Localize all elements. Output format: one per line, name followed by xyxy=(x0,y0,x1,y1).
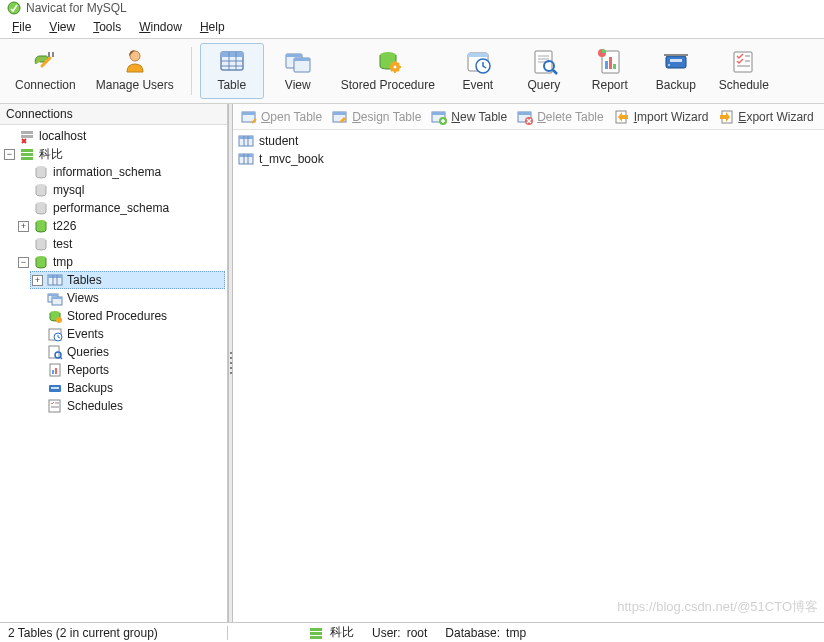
tree-db-performance_schema[interactable]: performance_schema xyxy=(16,199,225,217)
status-db: tmp xyxy=(506,626,526,640)
delete-table-button: Delete Table xyxy=(517,109,604,125)
table-sm-icon xyxy=(47,272,63,288)
export-icon xyxy=(718,109,734,125)
tree-node-queries[interactable]: Queries xyxy=(30,343,225,361)
expander-icon xyxy=(32,329,43,340)
export-wizard-button[interactable]: Export Wizard xyxy=(718,109,813,125)
menu-tools[interactable]: Tools xyxy=(85,18,129,36)
manage-users-button[interactable]: Manage Users xyxy=(87,43,183,99)
button-label: Delete Table xyxy=(537,110,604,124)
status-table-count: 2 Tables (2 in current group) xyxy=(8,626,158,640)
expander-icon xyxy=(18,203,29,214)
user-icon xyxy=(119,46,151,76)
tree-node-reports[interactable]: Reports xyxy=(30,361,225,379)
tree-db-mysql[interactable]: mysql xyxy=(16,181,225,199)
tree-label: Views xyxy=(67,290,99,306)
connections-header: Connections xyxy=(0,104,227,125)
database-icon xyxy=(33,218,49,234)
table-item-student[interactable]: student xyxy=(237,132,820,150)
report-button[interactable]: Report xyxy=(578,43,642,99)
tree-db-tmp[interactable]: −tmp xyxy=(16,253,225,271)
tree-label: localhost xyxy=(39,128,86,144)
table-icon xyxy=(216,46,248,76)
storedproc-button[interactable]: Stored Procedure xyxy=(332,43,444,99)
tree-label: performance_schema xyxy=(53,200,169,216)
object-list[interactable]: studentt_mvc_book xyxy=(233,130,824,622)
menu-view[interactable]: View xyxy=(41,18,83,36)
titlebar: Navicat for MySQL xyxy=(0,0,824,16)
tree-node-stored-procedures[interactable]: Stored Procedures xyxy=(30,307,225,325)
expander-icon xyxy=(32,365,43,376)
schedule-button[interactable]: Schedule xyxy=(710,43,778,99)
tree-label: Reports xyxy=(67,362,109,378)
tree-node-views[interactable]: Views xyxy=(30,289,225,307)
toolbar-separator xyxy=(191,47,192,95)
tree-db-information_schema[interactable]: information_schema xyxy=(16,163,225,181)
tree-db-test[interactable]: test xyxy=(16,235,225,253)
tree-label: t226 xyxy=(53,218,76,234)
backup-icon xyxy=(660,46,692,76)
table-icon xyxy=(238,151,254,167)
expander-icon xyxy=(32,293,43,304)
table-icon xyxy=(238,133,254,149)
status-left: 2 Tables (2 in current group) xyxy=(0,626,228,640)
svg-rect-6 xyxy=(310,628,322,631)
expand-icon[interactable]: + xyxy=(32,275,43,286)
menu-window[interactable]: Window xyxy=(131,18,190,36)
expander-icon xyxy=(18,167,29,178)
expand-icon[interactable]: + xyxy=(18,221,29,232)
toolbar-label: Manage Users xyxy=(96,78,174,92)
query-sm-icon xyxy=(47,344,63,360)
backup-button[interactable]: Backup xyxy=(644,43,708,99)
tree-node-backups[interactable]: Backups xyxy=(30,379,225,397)
sproc-sm-icon xyxy=(47,308,63,324)
connection-open-icon xyxy=(308,625,324,641)
event-button[interactable]: Event xyxy=(446,43,510,99)
view-button[interactable]: View xyxy=(266,43,330,99)
tree-node-schedules[interactable]: Schedules xyxy=(30,397,225,415)
new-table-button[interactable]: New Table xyxy=(431,109,507,125)
svg-rect-8 xyxy=(310,636,322,639)
open-table-button: Open Table xyxy=(241,109,322,125)
menubar: FileViewToolsWindowHelp xyxy=(0,16,824,38)
table-button[interactable]: Table xyxy=(200,43,264,99)
collapse-icon[interactable]: − xyxy=(18,257,29,268)
right-panel: Open TableDesign TableNew TableDelete Ta… xyxy=(233,104,824,622)
query-button[interactable]: Query xyxy=(512,43,576,99)
tree-node-tables[interactable]: +Tables xyxy=(30,271,225,289)
plug-icon xyxy=(29,46,61,76)
status-db-label: Database: xyxy=(445,626,500,640)
tree-connection-kebi[interactable]: − 科比 xyxy=(2,145,225,163)
connections-tree[interactable]: localhost − 科比 information_schemamysqlpe… xyxy=(0,125,227,622)
button-label: New Table xyxy=(451,110,507,124)
tree-db-t226[interactable]: +t226 xyxy=(16,217,225,235)
tree-connection-localhost[interactable]: localhost xyxy=(2,127,225,145)
app-icon xyxy=(6,0,22,16)
database-icon xyxy=(33,254,49,270)
collapse-icon[interactable]: − xyxy=(4,149,15,160)
workspace: Connections localhost − xyxy=(0,104,824,622)
tree-label: Stored Procedures xyxy=(67,308,167,324)
menu-file[interactable]: File xyxy=(4,18,39,36)
table-name: t_mvc_book xyxy=(259,151,324,167)
object-toolbar: Open TableDesign TableNew TableDelete Ta… xyxy=(233,104,824,130)
status-user-label: User: xyxy=(372,626,401,640)
view-sm-icon xyxy=(47,290,63,306)
main-toolbar: ConnectionManage UsersTableViewStored Pr… xyxy=(0,38,824,104)
tree-node-events[interactable]: Events xyxy=(30,325,225,343)
sproc-icon xyxy=(372,46,404,76)
expander-icon xyxy=(4,131,15,142)
table-item-t_mvc_book[interactable]: t_mvc_book xyxy=(237,150,820,168)
toolbar-label: Query xyxy=(527,78,560,92)
design-table-button: Design Table xyxy=(332,109,421,125)
event-sm-icon xyxy=(47,326,63,342)
expander-icon xyxy=(32,347,43,358)
svg-rect-3 xyxy=(21,149,33,152)
open-icon xyxy=(241,109,257,125)
toolbar-label: Report xyxy=(592,78,628,92)
tree-label: information_schema xyxy=(53,164,161,180)
menu-help[interactable]: Help xyxy=(192,18,233,36)
connection-button[interactable]: Connection xyxy=(6,43,85,99)
button-label: Open Table xyxy=(261,110,322,124)
import-wizard-button[interactable]: Import Wizard xyxy=(614,109,709,125)
